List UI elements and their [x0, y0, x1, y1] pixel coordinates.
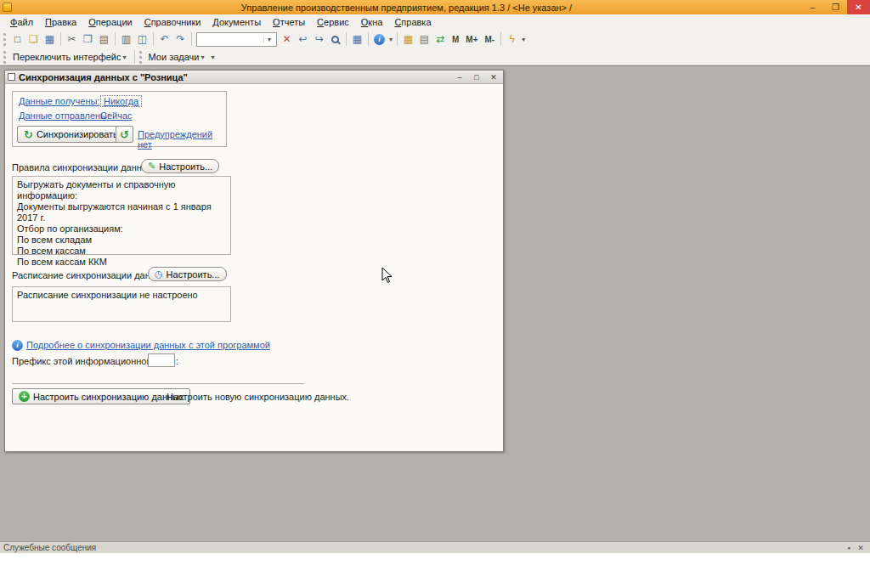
clear-search-icon[interactable]: ✕: [279, 31, 295, 48]
minimize-button[interactable]: –: [801, 0, 824, 14]
application-window: Управление производственным предприятием…: [0, 0, 870, 588]
maximize-button[interactable]: ❐: [824, 0, 847, 14]
prefix-input[interactable]: [148, 353, 175, 367]
toolbar-separator: [500, 32, 501, 46]
window-close-button[interactable]: ✕: [487, 73, 500, 82]
calculator-icon[interactable]: ▤: [416, 31, 432, 48]
exchange-icon[interactable]: ⇄: [432, 31, 449, 48]
service-messages-header[interactable]: Служебные сообщения ▪ ✕: [0, 541, 870, 553]
open-folder-icon[interactable]: ❏: [25, 31, 42, 48]
calendar-icon[interactable]: ▦: [400, 31, 416, 48]
toolbar-overflow-icon[interactable]: ▾: [209, 54, 216, 61]
service-close-icon[interactable]: ✕: [855, 544, 867, 552]
menu-file[interactable]: Файл: [4, 16, 39, 28]
info-dropdown-icon[interactable]: ▾: [387, 36, 394, 43]
menu-operations[interactable]: Операции: [82, 16, 138, 28]
toolbar-grip[interactable]: [139, 51, 142, 64]
configure-schedule-label: Настроить...: [167, 269, 220, 280]
plus-icon: +: [19, 391, 30, 402]
save-icon[interactable]: ▦: [42, 31, 58, 48]
data-sent-label[interactable]: Данные отправлены:: [19, 110, 110, 121]
sync-window-titlebar[interactable]: Синхронизация данных с "Розница" – □ ✕: [5, 71, 503, 84]
warnings-link[interactable]: Предупреждений нет: [138, 129, 226, 150]
configure-rules-button[interactable]: ✎ Настроить...: [141, 159, 219, 173]
more-info-link[interactable]: Подробнее о синхронизации данных с этой …: [26, 340, 270, 350]
toolbar-separator: [346, 32, 347, 46]
switch-interface-label: Переключить интерфейс: [13, 52, 121, 62]
menu-windows[interactable]: Окна: [355, 16, 389, 28]
configure-rules-label: Настроить...: [159, 161, 212, 172]
my-tasks-label: Мои задачи: [149, 52, 200, 62]
menu-documents[interactable]: Документы: [206, 16, 267, 28]
find-next-icon[interactable]: ↪: [311, 31, 327, 48]
sync-window-title: Синхронизация данных с "Розница": [19, 72, 449, 82]
my-tasks-button[interactable]: Мои задачи ▾: [145, 51, 210, 63]
app-titlebar: Управление производственным предприятием…: [0, 0, 870, 14]
sync-status-group: Данные получены: Никогда Данные отправле…: [12, 91, 227, 147]
memory-plus-button[interactable]: M+: [462, 35, 481, 44]
grid-icon[interactable]: ▦: [349, 31, 365, 48]
print-preview-icon[interactable]: ◫: [134, 31, 150, 48]
app-title: Управление производственным предприятием…: [12, 3, 801, 13]
toolbar-separator: [153, 32, 154, 46]
setup-sync-hint: Настроить новую синхронизацию данных.: [167, 392, 349, 402]
pin-icon[interactable]: ▪: [843, 544, 855, 552]
paste-icon[interactable]: ▤: [96, 31, 112, 48]
close-button[interactable]: ✕: [847, 0, 870, 14]
search-icon[interactable]: [327, 31, 343, 48]
setup-sync-button[interactable]: + Настроить синхронизацию данных: [12, 388, 190, 404]
rules-line: Выгружать документы и справочную информа…: [17, 179, 226, 201]
copy-icon[interactable]: ❐: [80, 31, 96, 48]
undo-icon[interactable]: ↶: [156, 31, 172, 48]
sync-arrows-icon: ↻: [24, 128, 33, 141]
window-maximize-button[interactable]: □: [470, 73, 483, 82]
menu-edit[interactable]: Правка: [39, 16, 82, 28]
configure-schedule-button[interactable]: ◷ Настроить...: [148, 267, 227, 281]
cut-icon[interactable]: ✂: [64, 31, 80, 48]
memory-button[interactable]: M: [449, 35, 462, 44]
schedule-description: Расписание синхронизации не настроено: [12, 286, 231, 322]
schedule-text: Расписание синхронизации не настроено: [17, 290, 226, 301]
pencil-icon: ✎: [148, 161, 155, 172]
toolbar-separator: [115, 32, 116, 46]
data-received-label[interactable]: Данные получены:: [19, 96, 99, 106]
synchronize-button[interactable]: ↻ Синхронизировать: [17, 126, 125, 143]
info-icon[interactable]: i: [371, 31, 387, 48]
redo-icon[interactable]: ↷: [172, 31, 189, 48]
sync-check-icon: ↺: [120, 128, 129, 141]
menu-service[interactable]: Сервис: [311, 16, 355, 28]
toolbar-grip[interactable]: [3, 33, 6, 46]
print-icon[interactable]: ▥: [118, 31, 134, 48]
find-previous-icon[interactable]: ↩: [295, 31, 311, 48]
data-sent-link[interactable]: Сейчас: [100, 110, 133, 121]
standard-toolbar: □ ❏ ▦ ✂ ❐ ▤ ▥ ◫ ↶ ↷ ▾ ✕ ↩ ↪ ▦ i ▾ ▦ ▤ ⇄ …: [0, 29, 870, 49]
flash-icon[interactable]: ϟ: [504, 31, 520, 48]
search-dropdown-icon[interactable]: ▾: [263, 36, 274, 43]
new-document-icon[interactable]: □: [9, 31, 25, 48]
menu-help[interactable]: Справка: [388, 16, 437, 28]
info-circle-icon: i: [374, 34, 385, 45]
search-input[interactable]: [197, 33, 263, 46]
toolbar-separator: [60, 32, 61, 46]
clock-icon: ◷: [155, 269, 163, 280]
menu-references[interactable]: Справочники: [138, 16, 207, 28]
toolbar-separator: [134, 50, 135, 64]
toolbar-separator: [397, 32, 398, 46]
menu-reports[interactable]: Отчеты: [267, 16, 311, 28]
toolbar-separator: [368, 32, 369, 46]
rules-description: Выгружать документы и справочную информа…: [12, 176, 231, 255]
menu-bar: Файл Правка Операции Справочники Докумен…: [0, 14, 870, 29]
rules-line: Отбор по организациям:: [17, 223, 226, 235]
toolbar-overflow-icon[interactable]: ▾: [520, 36, 527, 43]
interface-toolbar: Переключить интерфейс ▾ Мои задачи ▾ ▾: [0, 49, 870, 65]
switch-interface-button[interactable]: Переключить интерфейс ▾: [9, 51, 132, 63]
synchronize-button-label: Синхронизировать: [37, 129, 118, 139]
chevron-down-icon: ▾: [199, 54, 206, 61]
memory-minus-button[interactable]: M-: [482, 35, 499, 44]
check-warnings-button[interactable]: ↺: [116, 126, 133, 143]
sync-window: Синхронизация данных с "Розница" – □ ✕ Д…: [4, 70, 504, 452]
toolbar-grip[interactable]: [3, 51, 6, 64]
data-received-link[interactable]: Никогда: [100, 95, 142, 107]
window-minimize-button[interactable]: –: [453, 73, 466, 82]
info-icon: i: [12, 340, 23, 351]
